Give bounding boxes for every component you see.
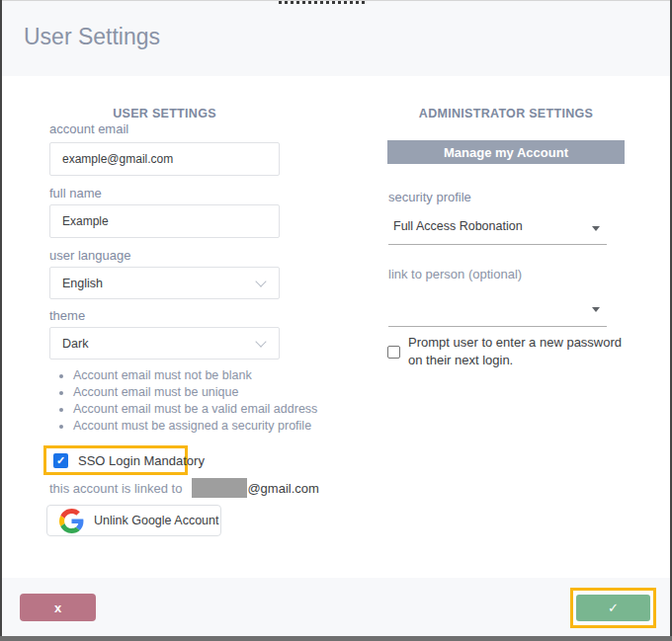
account-email-label: account email [49,121,128,136]
user-settings-modal: User Settings USER SETTINGS account emai… [0,0,672,641]
theme-select[interactable]: Dark [49,327,280,360]
window-edge [0,636,672,641]
prompt-password-label: Prompt user to enter a new password on t… [408,334,624,368]
full-name-label: full name [49,186,102,200]
theme-value: Dark [62,337,88,351]
security-profile-select-value[interactable]: Full Access Robonation [393,219,523,233]
linked-account-row: this account is linked to @gmail.com [49,478,319,498]
sso-login-mandatory-checkbox-row[interactable]: ✓ SSO Login Mandatory [43,445,188,475]
security-profile-label: security profile [388,190,471,204]
chevron-down-icon [255,276,266,286]
validation-rule: Account email must be a valid email addr… [73,401,317,418]
cancel-button[interactable]: x [20,594,96,621]
validation-rule: Account email must be unique [73,384,317,401]
unlink-google-account-label: Unlink Google Account [94,514,218,527]
user-language-label: user language [49,248,130,263]
link-to-person-select-underline [388,326,607,327]
validation-rule: Account email must not be blank [73,367,317,384]
confirm-button[interactable]: ✓ [576,595,650,621]
validation-rules-list: Account email must not be blank Account … [57,367,317,435]
user-settings-heading: USER SETTINGS [49,107,280,120]
dropdown-arrow-icon[interactable] [592,226,600,231]
confirm-button-highlight: ✓ [570,588,656,628]
full-name-input[interactable] [49,204,280,238]
theme-label: theme [49,308,85,323]
prompt-password-checkbox[interactable] [387,346,400,359]
user-language-value: English [62,277,103,290]
dropdown-arrow-icon[interactable] [592,307,600,312]
administrator-settings-heading: ADMINISTRATOR SETTINGS [387,107,625,120]
page-title: User Settings [24,24,160,50]
checked-checkbox-icon[interactable]: ✓ [53,453,68,468]
redacted-email-block [192,478,247,498]
user-language-select[interactable]: English [49,267,280,299]
window-edge [0,0,672,1]
manage-my-account-button[interactable]: Manage my Account [387,140,625,164]
chevron-down-icon [255,336,266,347]
unlink-google-account-button[interactable]: Unlink Google Account [46,505,221,536]
google-logo-icon [59,509,84,533]
linked-account-suffix: @gmail.com [247,481,318,496]
account-email-input[interactable] [49,142,280,176]
link-to-person-label: link to person (optional) [388,267,522,281]
window-edge [0,0,2,641]
linked-account-prefix: this account is linked to [49,481,182,496]
security-profile-select-underline [388,244,607,245]
sso-login-mandatory-label: SSO Login Mandatory [78,453,205,468]
validation-rule: Account must be assigned a security prof… [73,418,317,435]
